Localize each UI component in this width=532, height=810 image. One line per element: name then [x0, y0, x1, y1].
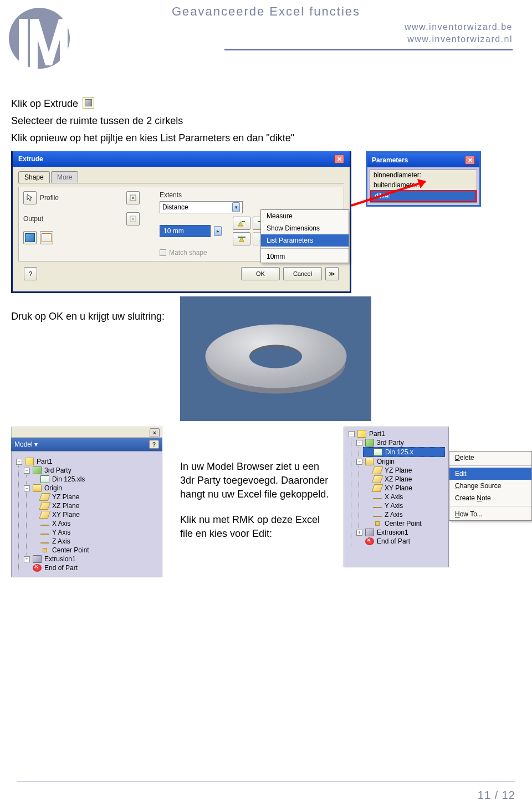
- model-header: Model ▾ ?: [11, 438, 162, 451]
- browser-close-bar: ×: [11, 427, 162, 438]
- close-icon[interactable]: ✕: [465, 156, 475, 165]
- excel-icon: [40, 475, 49, 483]
- svg-rect-4: [132, 218, 134, 220]
- node-xy[interactable]: XY Plane: [385, 484, 412, 492]
- menu-create-note[interactable]: Create Note: [449, 492, 531, 504]
- collapse-icon[interactable]: −: [349, 431, 355, 437]
- distance-flyout-menu: Measure Show Dimensions List Parameters …: [260, 209, 349, 263]
- menu-change-source[interactable]: Change Source: [449, 480, 531, 492]
- dir-symmetric-button[interactable]: [233, 232, 250, 245]
- tab-more[interactable]: More: [51, 171, 78, 183]
- plane-icon: [371, 466, 383, 474]
- node-x[interactable]: X Axis: [52, 520, 70, 527]
- extents-dropdown[interactable]: Distance ▾: [160, 201, 243, 213]
- context-menu: Delete Edit Change Source Create Note Ho…: [449, 451, 532, 521]
- collapse-icon[interactable]: −: [24, 468, 30, 474]
- distance-input[interactable]: 10 mm: [160, 225, 211, 237]
- extrude-tabs: Shape More: [18, 171, 344, 183]
- collapse-icon[interactable]: −: [356, 440, 362, 446]
- close-icon[interactable]: ✕: [334, 155, 344, 163]
- output-label: Output: [23, 215, 43, 223]
- surface-icon: [42, 233, 52, 242]
- profile-solid-button[interactable]: [126, 191, 140, 204]
- select-profile-button[interactable]: [23, 191, 37, 204]
- url-be: www.inventorwizard.be: [405, 21, 513, 33]
- axis-icon: [40, 542, 49, 544]
- solid-icon: [25, 233, 35, 242]
- menu-delete-rest: elete: [460, 454, 474, 462]
- arrow-both-icon: [237, 235, 246, 243]
- node-center[interactable]: Center Point: [385, 520, 422, 527]
- extrusion-icon: [33, 555, 42, 563]
- cancel-button[interactable]: Cancel: [283, 267, 322, 280]
- param-dikte[interactable]: dikte:: [370, 190, 477, 202]
- node-extrusion[interactable]: Extrusion1: [44, 555, 76, 563]
- node-z[interactable]: Z Axis: [385, 511, 403, 519]
- intro-line-2: Selecteer de ruimte tussen de 2 cirkels: [11, 114, 521, 128]
- node-yz[interactable]: YZ Plane: [385, 466, 412, 474]
- collapse-icon[interactable]: −: [24, 485, 30, 491]
- node-xls-selected[interactable]: Din 125.x: [385, 448, 413, 456]
- menu-edit[interactable]: Edit: [449, 468, 531, 480]
- plane-icon: [39, 511, 50, 519]
- dir-positive-button[interactable]: [233, 217, 250, 230]
- node-y[interactable]: Y Axis: [52, 529, 70, 536]
- output-surface-button[interactable]: [40, 231, 53, 244]
- node-xls[interactable]: Din 125.xls: [52, 475, 85, 483]
- node-center[interactable]: Center Point: [52, 546, 89, 554]
- node-x[interactable]: X Axis: [385, 493, 403, 501]
- tab-shape[interactable]: Shape: [18, 171, 50, 183]
- menu-how-to[interactable]: How To...: [449, 508, 531, 520]
- node-xz[interactable]: XZ Plane: [52, 502, 79, 510]
- axis-icon: [373, 516, 382, 517]
- expand-button[interactable]: ≫: [325, 267, 339, 280]
- match-shape-check: Match shape: [160, 249, 270, 257]
- node-y[interactable]: Y Axis: [385, 502, 403, 510]
- chevron-down-icon[interactable]: ▾: [34, 440, 38, 448]
- help-icon[interactable]: ?: [149, 440, 159, 449]
- node-yz[interactable]: YZ Plane: [52, 493, 79, 501]
- node-part[interactable]: Part1: [37, 458, 53, 465]
- browser-section: × Model ▾ ? −Part1 −3rd Party Din 125.xl…: [11, 427, 521, 577]
- washer-render: [180, 296, 371, 421]
- distance-flyout-icon[interactable]: ▸: [214, 226, 222, 236]
- end-of-part-icon: [33, 564, 42, 572]
- node-end[interactable]: End of Part: [44, 564, 78, 572]
- third-party-icon: [365, 439, 374, 447]
- menu-list-parameters[interactable]: List Parameters: [261, 234, 349, 247]
- ok-button[interactable]: OK: [241, 267, 280, 280]
- node-extrusion[interactable]: Extrusion1: [377, 529, 408, 536]
- footer-divider: [17, 781, 515, 782]
- plane-icon: [39, 502, 50, 510]
- expand-icon[interactable]: +: [356, 530, 362, 536]
- menu-separator: [261, 248, 349, 249]
- node-origin[interactable]: Origin: [377, 458, 395, 465]
- collapse-icon[interactable]: −: [16, 459, 22, 465]
- excel-icon: [374, 448, 382, 456]
- output-solid-button[interactable]: [23, 231, 37, 244]
- menu-delete[interactable]: Delete: [449, 452, 531, 464]
- expand-icon[interactable]: +: [24, 556, 30, 562]
- extrude-icon: [83, 97, 94, 109]
- node-z[interactable]: Z Axis: [52, 537, 70, 545]
- node-origin[interactable]: Origin: [44, 484, 62, 492]
- node-end[interactable]: End of Part: [377, 537, 410, 545]
- node-xz[interactable]: XZ Plane: [385, 475, 412, 483]
- menu-10mm[interactable]: 10mm: [261, 250, 349, 263]
- node-xy[interactable]: XY Plane: [52, 511, 80, 519]
- help-button[interactable]: ?: [24, 267, 37, 280]
- collapse-icon[interactable]: −: [356, 459, 362, 465]
- node-3rd-party[interactable]: 3rd Party: [44, 466, 71, 474]
- extrude-dialog-titlebar: Extrude ✕: [13, 151, 350, 167]
- extents-value: Distance: [162, 203, 188, 211]
- menu-show-dimensions[interactable]: Show Dimensions: [261, 222, 349, 234]
- menu-measure[interactable]: Measure: [261, 210, 349, 222]
- cursor-icon: [26, 194, 34, 202]
- page-number: 11 / 12: [478, 789, 515, 802]
- model-tree: −Part1 −3rd Party Din 125.xls −Origin YZ…: [11, 451, 162, 577]
- mid-p2: Klik nu met RMK op deze Excel file en ki…: [180, 513, 330, 541]
- third-party-icon: [33, 466, 42, 474]
- node-part[interactable]: Part1: [369, 430, 385, 438]
- node-3rd-party[interactable]: 3rd Party: [377, 439, 404, 447]
- close-icon[interactable]: ×: [150, 428, 160, 437]
